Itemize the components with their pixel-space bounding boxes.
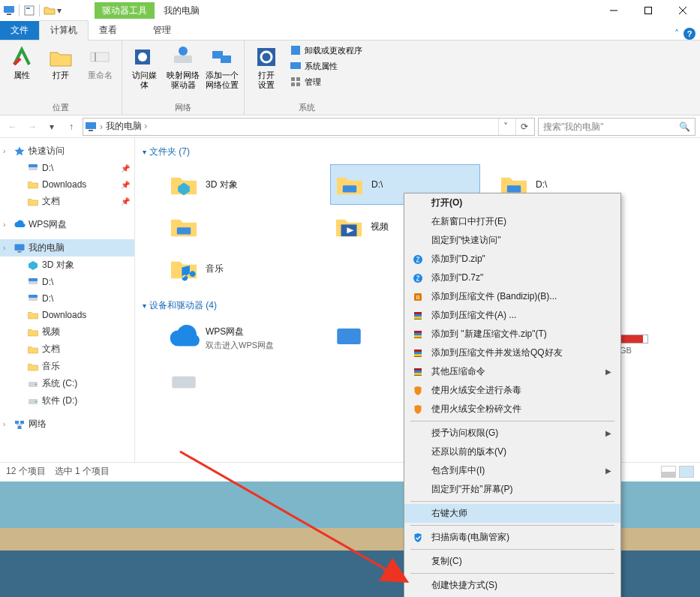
context-menu-item[interactable]: 授予访问权限(G) ▶	[404, 424, 620, 442]
sidebar-item[interactable]: 文档📌	[0, 193, 134, 210]
manage-button[interactable]: 管理	[288, 75, 364, 88]
blank-icon	[412, 428, 424, 440]
properties-button[interactable]: 属性	[5, 44, 39, 100]
disk-partial	[168, 364, 200, 396]
nav-forward-button[interactable]: →	[24, 118, 41, 135]
folder-item[interactable]	[165, 206, 315, 247]
blank-icon	[412, 197, 424, 209]
folder-name: 3D 对象	[206, 178, 238, 191]
context-menu-item[interactable]: 固定到"快速访问"	[404, 231, 620, 250]
ribbon-tab-file[interactable]: 文件	[0, 21, 39, 40]
context-menu-item[interactable]: 固定到"开始"屏幕(P)	[404, 480, 620, 499]
device-item[interactable]: WPS网盘双击进入WPS网盘	[165, 318, 315, 358]
sidebar-item[interactable]: 视频	[0, 323, 134, 340]
context-menu-item[interactable]: 右键大师	[404, 504, 620, 523]
svg-rect-28	[15, 244, 25, 250]
context-menu-item[interactable]: 包含到库中(I) ▶	[404, 461, 620, 480]
refresh-icon[interactable]: ⟳	[515, 118, 533, 135]
svg-rect-21	[296, 77, 300, 81]
context-menu-item[interactable]: 添加到压缩文件(A) ...	[404, 306, 620, 325]
sidebar-item[interactable]: D:\	[0, 290, 134, 307]
ribbon-tab-view[interactable]: 查看	[89, 21, 128, 40]
ribbon-tab-manage[interactable]: 管理	[143, 21, 182, 40]
search-input[interactable]	[543, 122, 679, 132]
drive-tools-contextual-tab[interactable]: 驱动器工具	[95, 2, 155, 19]
svg-rect-70	[414, 373, 422, 375]
folder-item[interactable]: 音乐	[165, 248, 315, 289]
address-bar[interactable]: › 我的电脑 › ˅ ⟳	[83, 118, 535, 136]
nav-up-button[interactable]: ↑	[63, 118, 80, 135]
qat-dropdown-icon[interactable]: ▾	[57, 5, 62, 16]
open-settings-button[interactable]: 打开 设置	[249, 44, 284, 100]
context-menu-item[interactable]: B 添加到压缩文件 (Bandizip)(B)...	[404, 287, 620, 306]
expand-icon[interactable]: ›	[3, 220, 5, 229]
sidebar-item[interactable]: ›网络	[0, 416, 134, 433]
nav-back-button[interactable]: ←	[5, 118, 21, 135]
folders-group-header[interactable]: ▾ 文件夹 (7)	[143, 142, 692, 161]
svg-rect-18	[291, 46, 300, 55]
context-menu-item[interactable]: 创建快捷方式(S)	[404, 576, 620, 595]
view-details-icon[interactable]	[661, 466, 676, 478]
sidebar-item-label: Downloads	[42, 310, 86, 320]
ribbon-collapse-icon[interactable]: ˄	[674, 28, 679, 39]
nav-history-dropdown[interactable]: ▾	[44, 118, 60, 135]
uninstall-button[interactable]: 卸载或更改程序	[288, 44, 364, 57]
address-dropdown-icon[interactable]: ˅	[498, 118, 512, 135]
add-netloc-button[interactable]: 添加一个 网络位置	[205, 44, 239, 100]
expand-icon[interactable]: ›	[3, 420, 5, 428]
context-menu-item[interactable]: 添加到"D.7z"	[404, 268, 620, 287]
context-menu-item[interactable]: 在新窗口中打开(E)	[404, 212, 620, 231]
context-menu-item[interactable]: 扫描病毒(电脑管家)	[404, 528, 620, 547]
sidebar-item[interactable]: Downloads📌	[0, 176, 134, 193]
maximize-button[interactable]	[631, 0, 665, 21]
sidebar-item[interactable]: ›快速访问	[0, 142, 134, 160]
help-icon[interactable]: ?	[683, 28, 695, 40]
search-icon[interactable]: 🔍	[679, 122, 690, 132]
pc-icon	[85, 121, 97, 133]
pc-icon	[14, 242, 26, 254]
sidebar-item[interactable]: Downloads	[0, 307, 134, 323]
hr-icon	[412, 404, 424, 416]
context-menu-item[interactable]: 其他压缩命令 ▶	[404, 362, 620, 381]
new-folder-icon[interactable]	[44, 4, 56, 16]
context-menu-item[interactable]: 使用火绒安全粉碎文件	[404, 400, 620, 418]
sidebar-item[interactable]: 系统 (C:)	[0, 375, 134, 392]
context-menu-item[interactable]: 添加到 "新建压缩文件.zip"(T)	[404, 325, 620, 344]
context-menu-item[interactable]: 复制(C)	[404, 552, 620, 571]
sys-props-button[interactable]: 系统属性	[288, 59, 364, 73]
breadcrumb[interactable]: 我的电脑 ›	[106, 120, 495, 133]
folder-3d	[168, 169, 200, 200]
context-menu-label: 添加到压缩文件(A) ...	[431, 309, 516, 322]
device-item[interactable]	[165, 360, 315, 400]
access-media-button[interactable]: 访问媒体	[127, 44, 161, 100]
expand-icon[interactable]: ›	[3, 244, 5, 252]
sidebar-item[interactable]: D:\📌	[0, 160, 134, 176]
minimize-button[interactable]	[596, 0, 631, 21]
sidebar-item[interactable]: D:\	[0, 274, 134, 290]
rename-button[interactable]: 重命名	[83, 44, 117, 100]
sidebar-item[interactable]: 3D 对象	[0, 256, 134, 274]
expand-icon[interactable]: ›	[3, 147, 5, 155]
context-menu-item[interactable]: 添加到压缩文件并发送给QQ好友	[404, 344, 620, 362]
close-button[interactable]	[665, 0, 700, 21]
context-menu-item[interactable]: 使用火绒安全进行杀毒	[404, 381, 620, 400]
svg-rect-56	[414, 312, 422, 314]
sidebar-item[interactable]: ›我的电脑	[0, 239, 134, 256]
search-box[interactable]: 🔍	[538, 118, 695, 136]
context-menu-item[interactable]: 还原以前的版本(V)	[404, 442, 620, 461]
sidebar-item[interactable]: 音乐	[0, 358, 134, 375]
sidebar-item[interactable]: ›WPS网盘	[0, 216, 134, 233]
sidebar[interactable]: ›快速访问D:\📌Downloads📌文档📌›WPS网盘›我的电脑3D 对象D:…	[0, 138, 135, 462]
context-menu-item[interactable]: 添加到"D.zip"	[404, 250, 620, 268]
svg-rect-60	[414, 331, 422, 333]
context-menu-item[interactable]: 打开(O)	[404, 194, 620, 212]
folder-item[interactable]: 3D 对象	[165, 164, 315, 205]
sidebar-item[interactable]: 软件 (D:)	[0, 392, 134, 410]
view-large-icon[interactable]	[679, 466, 694, 478]
open-button[interactable]: 打开	[44, 44, 78, 100]
properties-icon[interactable]	[23, 4, 35, 16]
sidebar-item[interactable]: 文档	[0, 340, 134, 358]
ribbon-tab-computer[interactable]: 计算机	[39, 20, 89, 40]
map-drive-button[interactable]: 映射网络 驱动器	[166, 44, 200, 100]
chevron-right-icon: ▶	[605, 466, 611, 475]
